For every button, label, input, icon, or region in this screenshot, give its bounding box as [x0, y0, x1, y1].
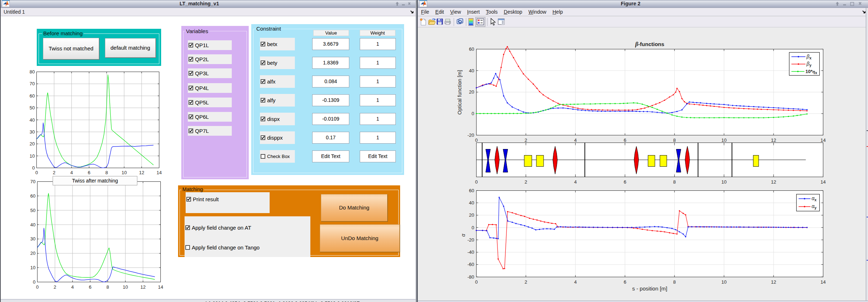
svg-text:4: 4 [574, 179, 577, 185]
svg-text:20: 20 [469, 89, 474, 95]
svg-text:14: 14 [820, 179, 825, 185]
svg-text:10: 10 [123, 284, 128, 290]
svg-text:8: 8 [673, 279, 676, 285]
svg-text:20: 20 [30, 141, 35, 147]
svg-text:8: 8 [673, 179, 676, 185]
svg-text:6: 6 [88, 170, 90, 175]
svg-text:6: 6 [624, 179, 626, 185]
svg-text:-20: -20 [468, 237, 474, 243]
svg-text:12: 12 [771, 179, 776, 185]
svg-text:10: 10 [721, 179, 726, 185]
svg-text:60: 60 [30, 193, 35, 199]
svg-text:-60: -60 [468, 262, 474, 267]
svg-text:0: 0 [36, 284, 39, 290]
svg-text:70: 70 [30, 81, 35, 86]
svg-text:50: 50 [30, 208, 35, 213]
svg-text:14: 14 [820, 138, 825, 143]
svg-text:0: 0 [32, 165, 35, 171]
svg-text:10: 10 [721, 279, 726, 285]
svg-text:30: 30 [30, 129, 35, 135]
svg-text:12: 12 [771, 279, 776, 285]
svg-text:2: 2 [524, 279, 527, 285]
svg-text:2: 2 [524, 179, 527, 185]
svg-text:30: 30 [30, 236, 35, 242]
svg-text:2: 2 [53, 170, 55, 175]
svg-text:40: 40 [469, 68, 474, 73]
svg-text:2: 2 [54, 284, 56, 290]
svg-text:80: 80 [30, 69, 35, 75]
svg-text:0: 0 [471, 225, 474, 230]
svg-text:10: 10 [30, 153, 35, 159]
svg-text:0: 0 [475, 179, 478, 185]
svg-text:10: 10 [721, 138, 726, 143]
svg-text:40: 40 [469, 200, 474, 206]
svg-text:60: 60 [469, 188, 474, 193]
svg-text:6: 6 [624, 279, 626, 285]
svg-text:s - position [m]: s - position [m] [632, 285, 668, 292]
svg-text:4: 4 [574, 138, 577, 143]
svg-text:-20: -20 [468, 132, 474, 138]
svg-text:10: 10 [30, 265, 35, 270]
svg-text:8: 8 [105, 170, 108, 175]
svg-text:10: 10 [121, 170, 127, 175]
svg-text:50: 50 [30, 105, 35, 111]
svg-text:4: 4 [70, 170, 73, 175]
svg-text:0: 0 [471, 111, 474, 116]
svg-text:20: 20 [30, 251, 35, 256]
svg-text:70: 70 [30, 179, 35, 184]
svg-text:60: 60 [469, 46, 474, 52]
svg-text:0: 0 [475, 138, 478, 143]
svg-text:4: 4 [71, 284, 74, 290]
svg-text:0: 0 [35, 170, 38, 175]
svg-text:12: 12 [771, 138, 776, 143]
svg-text:14: 14 [820, 279, 825, 285]
svg-text:0: 0 [475, 279, 478, 285]
svg-text:14: 14 [158, 284, 163, 290]
svg-text:4: 4 [574, 279, 577, 285]
svg-text:0: 0 [33, 279, 35, 285]
svg-text:Optical function [m]: Optical function [m] [457, 70, 462, 114]
svg-text:6: 6 [624, 138, 626, 143]
svg-text:α: α [460, 233, 466, 236]
svg-text:2: 2 [524, 138, 527, 143]
svg-text:60: 60 [30, 93, 35, 99]
svg-text:12: 12 [140, 284, 145, 290]
svg-text:6: 6 [89, 284, 91, 290]
svg-text:40: 40 [30, 117, 35, 123]
svg-text:-40: -40 [468, 249, 474, 255]
svg-text:β-functions: β-functions [635, 41, 664, 48]
svg-text:-80: -80 [468, 274, 474, 280]
svg-text:12: 12 [139, 170, 144, 175]
svg-text:40: 40 [30, 222, 35, 227]
svg-text:8: 8 [673, 138, 676, 143]
svg-text:8: 8 [106, 284, 109, 290]
svg-text:20: 20 [469, 212, 474, 218]
svg-text:14: 14 [156, 170, 161, 175]
